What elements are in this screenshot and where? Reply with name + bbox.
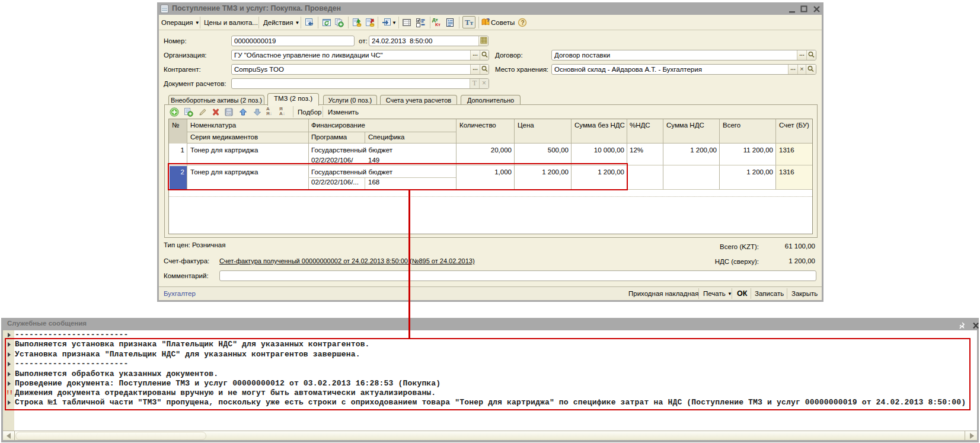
svg-text:ТОК: ТОК <box>227 113 232 116</box>
svg-text:?: ? <box>487 17 490 23</box>
svg-text:?: ? <box>521 20 524 26</box>
